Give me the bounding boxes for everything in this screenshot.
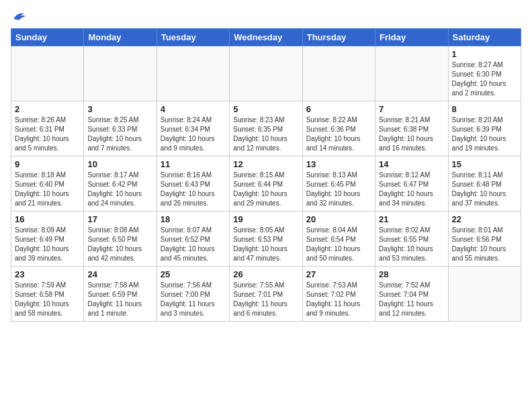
day-info: Sunrise: 7:55 AM Sunset: 7:01 PM Dayligh… <box>233 281 298 318</box>
calendar-day-cell: 9Sunrise: 8:18 AM Sunset: 6:40 PM Daylig… <box>11 156 84 212</box>
calendar-day-cell: 8Sunrise: 8:20 AM Sunset: 6:39 PM Daylig… <box>448 101 521 156</box>
calendar-week-row: 2Sunrise: 8:26 AM Sunset: 6:31 PM Daylig… <box>11 101 521 156</box>
day-number: 17 <box>87 214 152 224</box>
day-info: Sunrise: 8:15 AM Sunset: 6:44 PM Dayligh… <box>233 171 298 208</box>
calendar-day-cell <box>157 46 229 101</box>
day-number: 22 <box>452 214 517 224</box>
calendar-day-cell <box>11 46 84 101</box>
calendar-day-cell: 18Sunrise: 8:07 AM Sunset: 6:52 PM Dayli… <box>157 212 229 267</box>
day-number: 19 <box>233 214 298 224</box>
calendar-day-cell: 14Sunrise: 8:12 AM Sunset: 6:47 PM Dayli… <box>375 156 448 212</box>
calendar-day-cell: 16Sunrise: 8:09 AM Sunset: 6:49 PM Dayli… <box>11 212 84 267</box>
day-info: Sunrise: 8:26 AM Sunset: 6:31 PM Dayligh… <box>15 116 80 153</box>
calendar-day-cell: 7Sunrise: 8:21 AM Sunset: 6:38 PM Daylig… <box>375 101 448 156</box>
calendar-day-cell <box>302 46 375 101</box>
calendar-week-row: 1Sunrise: 8:27 AM Sunset: 6:30 PM Daylig… <box>11 46 521 101</box>
calendar-day-cell: 5Sunrise: 8:23 AM Sunset: 6:35 PM Daylig… <box>230 101 302 156</box>
calendar-day-cell <box>230 46 302 101</box>
calendar-day-cell: 11Sunrise: 8:16 AM Sunset: 6:43 PM Dayli… <box>157 156 229 212</box>
day-info: Sunrise: 8:12 AM Sunset: 6:47 PM Dayligh… <box>379 171 444 208</box>
weekday-header: Sunday <box>11 29 84 46</box>
day-info: Sunrise: 8:02 AM Sunset: 6:55 PM Dayligh… <box>379 226 444 263</box>
calendar-day-cell: 24Sunrise: 7:58 AM Sunset: 6:59 PM Dayli… <box>84 267 157 322</box>
calendar-day-cell: 10Sunrise: 8:17 AM Sunset: 6:42 PM Dayli… <box>84 156 157 212</box>
day-info: Sunrise: 8:18 AM Sunset: 6:40 PM Dayligh… <box>15 171 80 208</box>
calendar-day-cell: 22Sunrise: 8:01 AM Sunset: 6:56 PM Dayli… <box>448 212 521 267</box>
day-number: 21 <box>379 214 444 224</box>
day-number: 11 <box>161 159 226 169</box>
calendar-day-cell: 6Sunrise: 8:22 AM Sunset: 6:36 PM Daylig… <box>302 101 375 156</box>
calendar-day-cell: 12Sunrise: 8:15 AM Sunset: 6:44 PM Dayli… <box>230 156 302 212</box>
day-number: 18 <box>161 214 226 224</box>
calendar-day-cell: 20Sunrise: 8:04 AM Sunset: 6:54 PM Dayli… <box>302 212 375 267</box>
calendar-day-cell: 15Sunrise: 8:11 AM Sunset: 6:48 PM Dayli… <box>448 156 521 212</box>
day-info: Sunrise: 8:20 AM Sunset: 6:39 PM Dayligh… <box>452 116 517 153</box>
weekday-header: Wednesday <box>230 29 302 46</box>
weekday-header-row: SundayMondayTuesdayWednesdayThursdayFrid… <box>11 29 521 46</box>
calendar-table: SundayMondayTuesdayWednesdayThursdayFrid… <box>11 28 521 322</box>
calendar-day-cell: 17Sunrise: 8:08 AM Sunset: 6:50 PM Dayli… <box>84 212 157 267</box>
day-info: Sunrise: 8:11 AM Sunset: 6:48 PM Dayligh… <box>452 171 517 208</box>
weekday-header: Friday <box>375 29 448 46</box>
calendar-day-cell: 19Sunrise: 8:05 AM Sunset: 6:53 PM Dayli… <box>230 212 302 267</box>
weekday-header: Thursday <box>302 29 375 46</box>
day-number: 23 <box>15 269 80 279</box>
day-number: 16 <box>15 214 80 224</box>
day-number: 1 <box>452 49 517 59</box>
day-info: Sunrise: 7:59 AM Sunset: 6:58 PM Dayligh… <box>15 281 80 318</box>
weekday-header: Tuesday <box>157 29 229 46</box>
day-info: Sunrise: 8:21 AM Sunset: 6:38 PM Dayligh… <box>379 116 444 153</box>
day-info: Sunrise: 8:13 AM Sunset: 6:45 PM Dayligh… <box>306 171 371 208</box>
day-number: 20 <box>306 214 371 224</box>
day-info: Sunrise: 7:52 AM Sunset: 7:04 PM Dayligh… <box>379 281 444 318</box>
calendar-day-cell: 4Sunrise: 8:24 AM Sunset: 6:34 PM Daylig… <box>157 101 229 156</box>
calendar-day-cell: 23Sunrise: 7:59 AM Sunset: 6:58 PM Dayli… <box>11 267 84 322</box>
calendar-day-cell <box>84 46 157 101</box>
day-number: 24 <box>87 269 152 279</box>
day-number: 25 <box>161 269 226 279</box>
day-info: Sunrise: 7:53 AM Sunset: 7:02 PM Dayligh… <box>306 281 371 318</box>
day-info: Sunrise: 7:56 AM Sunset: 7:00 PM Dayligh… <box>161 281 226 318</box>
calendar-week-row: 9Sunrise: 8:18 AM Sunset: 6:40 PM Daylig… <box>11 156 521 212</box>
day-number: 7 <box>379 104 444 114</box>
day-number: 3 <box>87 104 152 114</box>
calendar-week-row: 23Sunrise: 7:59 AM Sunset: 6:58 PM Dayli… <box>11 267 521 322</box>
day-info: Sunrise: 7:58 AM Sunset: 6:59 PM Dayligh… <box>87 281 152 318</box>
calendar-day-cell: 28Sunrise: 7:52 AM Sunset: 7:04 PM Dayli… <box>375 267 448 322</box>
day-info: Sunrise: 8:23 AM Sunset: 6:35 PM Dayligh… <box>233 116 298 153</box>
calendar-day-cell <box>448 267 521 322</box>
day-info: Sunrise: 8:24 AM Sunset: 6:34 PM Dayligh… <box>161 116 226 153</box>
calendar-day-cell: 13Sunrise: 8:13 AM Sunset: 6:45 PM Dayli… <box>302 156 375 212</box>
calendar-day-cell <box>375 46 448 101</box>
day-number: 9 <box>15 159 80 169</box>
day-number: 10 <box>87 159 152 169</box>
calendar-day-cell: 1Sunrise: 8:27 AM Sunset: 6:30 PM Daylig… <box>448 46 521 101</box>
day-number: 14 <box>379 159 444 169</box>
logo-bird-icon <box>12 11 27 21</box>
day-info: Sunrise: 8:05 AM Sunset: 6:53 PM Dayligh… <box>233 226 298 263</box>
day-info: Sunrise: 8:01 AM Sunset: 6:56 PM Dayligh… <box>452 226 517 263</box>
page-header <box>11 11 521 20</box>
day-info: Sunrise: 8:17 AM Sunset: 6:42 PM Dayligh… <box>87 171 152 208</box>
day-info: Sunrise: 8:08 AM Sunset: 6:50 PM Dayligh… <box>87 226 152 263</box>
calendar-day-cell: 21Sunrise: 8:02 AM Sunset: 6:55 PM Dayli… <box>375 212 448 267</box>
calendar-day-cell: 27Sunrise: 7:53 AM Sunset: 7:02 PM Dayli… <box>302 267 375 322</box>
calendar-day-cell: 3Sunrise: 8:25 AM Sunset: 6:33 PM Daylig… <box>84 101 157 156</box>
day-info: Sunrise: 8:22 AM Sunset: 6:36 PM Dayligh… <box>306 116 371 153</box>
calendar-day-cell: 25Sunrise: 7:56 AM Sunset: 7:00 PM Dayli… <box>157 267 229 322</box>
day-number: 2 <box>15 104 80 114</box>
logo <box>11 11 27 20</box>
calendar-day-cell: 2Sunrise: 8:26 AM Sunset: 6:31 PM Daylig… <box>11 101 84 156</box>
day-info: Sunrise: 8:07 AM Sunset: 6:52 PM Dayligh… <box>161 226 226 263</box>
day-info: Sunrise: 8:04 AM Sunset: 6:54 PM Dayligh… <box>306 226 371 263</box>
day-number: 26 <box>233 269 298 279</box>
day-info: Sunrise: 8:25 AM Sunset: 6:33 PM Dayligh… <box>87 116 152 153</box>
day-number: 15 <box>452 159 517 169</box>
weekday-header: Monday <box>84 29 157 46</box>
calendar-week-row: 16Sunrise: 8:09 AM Sunset: 6:49 PM Dayli… <box>11 212 521 267</box>
day-number: 27 <box>306 269 371 279</box>
day-info: Sunrise: 8:16 AM Sunset: 6:43 PM Dayligh… <box>161 171 226 208</box>
day-number: 12 <box>233 159 298 169</box>
day-number: 6 <box>306 104 371 114</box>
day-number: 5 <box>233 104 298 114</box>
